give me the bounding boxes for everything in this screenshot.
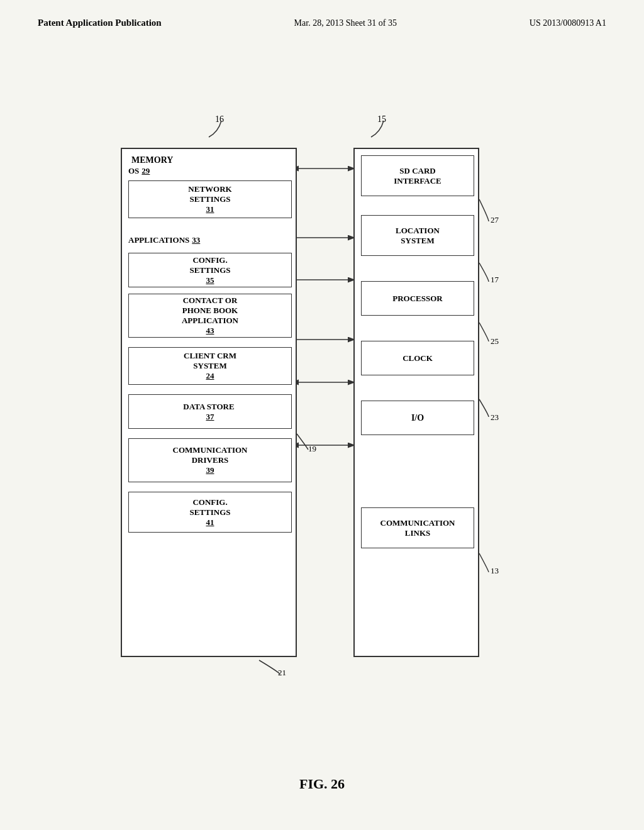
io-box: I/O (361, 401, 474, 435)
ref-16-label: 16 (215, 114, 224, 124)
commlinks-box: COMMUNICATION LINKS (361, 507, 474, 548)
location-box: LOCATION SYSTEM (361, 215, 474, 256)
network-settings-box: NETWORK SETTINGS 31 (128, 180, 292, 218)
clientcrm-box: CLIENT CRM SYSTEM 24 (128, 347, 292, 385)
datastore-box: DATA STORE 37 (128, 394, 292, 429)
processor-box: PROCESSOR (361, 281, 474, 316)
ref-21-label: 21 (278, 668, 286, 678)
ref-17-label: 17 (491, 275, 499, 285)
clock-box: CLOCK (361, 341, 474, 375)
ref-25-label: 25 (491, 336, 499, 346)
figure-caption: FIG. 26 (0, 776, 644, 792)
right-column-box: SD CARD INTERFACE LOCATION SYSTEM PROCES… (353, 148, 479, 657)
ref-13-label: 13 (491, 566, 499, 576)
publication-label: Patent Application Publication (38, 18, 162, 28)
ref-19-label: 19 (308, 444, 316, 454)
ref-27-label: 27 (491, 215, 499, 225)
applications-label: APPLICATIONS 33 (128, 231, 292, 250)
diagram-container: 16 15 (83, 113, 561, 704)
os-label: OS 29 (128, 162, 292, 180)
date-sheet-label: Mar. 28, 2013 Sheet 31 of 35 (294, 18, 397, 28)
diagram-area: 16 15 (38, 88, 606, 729)
ref-23-label: 23 (491, 412, 499, 423)
contact-box: CONTACT OR PHONE BOOK APPLICATION 43 (128, 294, 292, 338)
config41-box: CONFIG. SETTINGS 41 (128, 492, 292, 533)
ref-15-label: 15 (377, 114, 386, 124)
memory-box: MEMORY OS 29 NETWORK SETTINGS 31 APPLICA… (121, 148, 297, 657)
commdrivers-box: COMMUNICATION DRIVERS 39 (128, 438, 292, 482)
config35-box: CONFIG. SETTINGS 35 (128, 253, 292, 287)
sdcard-box: SD CARD INTERFACE (361, 155, 474, 196)
patent-number-label: US 2013/0080913 A1 (530, 18, 606, 28)
page-header: Patent Application Publication Mar. 28, … (38, 18, 606, 28)
